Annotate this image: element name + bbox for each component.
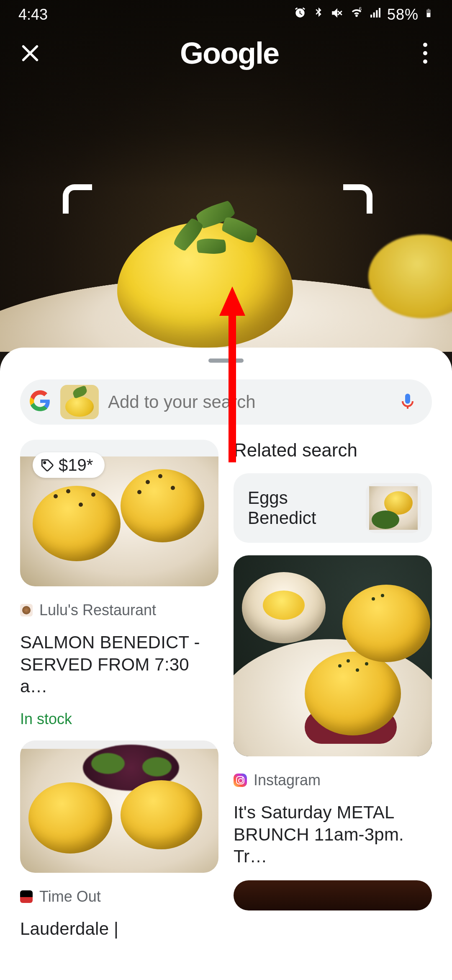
google-logo: Google [180,36,279,70]
sheet-grabber[interactable] [208,358,244,363]
bluetooth-icon [312,6,325,23]
favicon-icon [20,604,33,616]
app-header: Google [0,36,452,70]
price-tag: $19* [33,452,105,478]
source-name: Instagram [254,771,321,789]
related-search-heading: Related search [234,440,432,461]
search-query-thumbnail[interactable] [60,385,99,419]
status-bar: 4:43 6 58% [0,0,452,29]
results-right-column: Related search Eggs Benedict [234,440,432,940]
result-image[interactable] [20,740,218,873]
search-input[interactable] [108,392,388,412]
source-name: Time Out [39,888,101,905]
result-source[interactable]: Instagram [234,771,432,789]
result-title[interactable]: It's Saturday METAL BRUNCH 11am-3pm. Tr… [234,802,432,868]
wifi-icon: 6 [349,6,364,24]
search-bar[interactable] [20,379,432,425]
alarm-icon [293,6,307,23]
mic-icon[interactable] [398,391,418,413]
lens-crop-frame[interactable] [63,184,372,364]
result-source[interactable]: Time Out [20,888,218,905]
stock-status: In stock [20,710,218,728]
price-value: $19* [59,456,93,475]
signal-icon [369,6,382,23]
results-bottom-sheet[interactable]: $19* Lulu's Restaurant SALMON BENEDICT -… [0,348,452,980]
result-image[interactable]: $19* [20,440,218,586]
result-image[interactable] [234,880,432,910]
status-time: 4:43 [18,6,48,23]
battery-percent: 58% [387,6,419,23]
result-source[interactable]: Lulu's Restaurant [20,601,218,619]
svg-point-3 [44,462,46,463]
result-image[interactable] [234,555,432,756]
svg-text:6: 6 [359,6,362,11]
mute-icon [330,6,344,24]
result-title[interactable]: SALMON BENEDICT - SERVED FROM 7:30 a… [20,632,218,698]
more-options-button[interactable] [417,41,434,65]
battery-icon [424,6,434,24]
google-g-icon [29,390,51,414]
source-name: Lulu's Restaurant [39,601,156,619]
crop-corner-tr[interactable] [343,184,372,214]
close-button[interactable] [18,41,42,65]
related-chip-label: Eggs Benedict [248,488,357,528]
related-chip-thumbnail [366,483,421,533]
favicon-icon [20,890,33,903]
related-search-chip[interactable]: Eggs Benedict [234,473,432,543]
result-title[interactable]: Lauderdale | [20,918,218,940]
crop-corner-tl[interactable] [63,184,92,214]
instagram-icon [234,774,247,787]
results-left-column: $19* Lulu's Restaurant SALMON BENEDICT -… [20,440,218,940]
price-tag-icon [40,458,54,472]
